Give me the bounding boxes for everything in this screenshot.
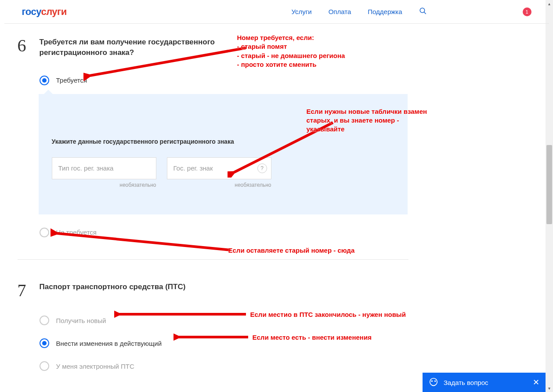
section-divider [18, 259, 408, 260]
main-nav: Услуги Оплата Поддержка 1 [291, 7, 531, 17]
search-icon[interactable] [419, 7, 427, 17]
logo-part-2: слуги [41, 6, 66, 17]
svg-point-8 [431, 381, 432, 381]
radio-electronic-label: У меня электронный ПТС [56, 363, 134, 370]
help-icon[interactable]: ? [257, 163, 267, 173]
headset-icon [429, 377, 438, 388]
radio-required-label: Требуется [56, 76, 87, 84]
radio-amend-label: Внести изменения в действующий [56, 340, 162, 347]
section-7: 7 Паспорт транспортного средства (ПТС) П… [18, 282, 531, 380]
radio-icon [40, 228, 49, 237]
nav-services[interactable]: Услуги [291, 8, 311, 15]
optional-label: необязательно [167, 182, 271, 188]
section-6-title: Требуется ли вам получение государственн… [40, 37, 228, 58]
radio-electronic-pts[interactable]: У меня электронный ПТС [40, 361, 531, 371]
header: госуслуги Услуги Оплата Поддержка 1 [4, 0, 549, 24]
notification-badge[interactable]: 1 [523, 7, 531, 16]
nav-support[interactable]: Поддержка [368, 8, 402, 15]
logo-part-1: госу [22, 6, 41, 17]
radio-not-required[interactable]: Не требуется [40, 228, 531, 237]
radio-required[interactable]: Требуется [40, 76, 531, 85]
svg-point-0 [420, 8, 425, 13]
step-number-7: 7 [18, 282, 40, 380]
radio-get-new-label: Получить новый [56, 317, 106, 324]
close-icon[interactable]: ✕ [533, 377, 539, 387]
section-6: 6 Требуется ли вам получение государстве… [18, 37, 531, 246]
svg-line-1 [424, 12, 426, 14]
annotation-keep-old: Если оставляете старый номер - сюда [228, 246, 355, 255]
radio-icon [40, 338, 49, 348]
annotation-pts-amend: Если место есть - внести изменения [253, 333, 372, 342]
registration-data-panel: Если нужны новые таблички взамен старых,… [39, 94, 408, 214]
svg-point-9 [435, 381, 436, 381]
annotation-required-reasons: Номер требуется, если: - старый помят - … [237, 33, 345, 69]
radio-icon [40, 361, 49, 371]
plate-number-input[interactable] [167, 157, 271, 179]
chat-widget[interactable]: Задать вопрос ✕ [423, 373, 546, 392]
logo[interactable]: госуслуги [22, 6, 67, 18]
radio-icon [40, 316, 49, 325]
annotation-pts-full: Если местио в ПТС закончилось - нужен но… [250, 310, 406, 319]
section-7-title: Паспорт транспортного средства (ПТС) [40, 282, 228, 292]
radio-not-required-label: Не требуется [56, 229, 97, 236]
optional-label: необязательно [52, 182, 156, 188]
annotation-new-plates: Если нужны новые таблички взамен старых,… [307, 107, 438, 134]
nav-payment[interactable]: Оплата [329, 8, 351, 15]
chat-label: Задать вопрос [444, 379, 488, 386]
step-number-6: 6 [18, 37, 40, 246]
svg-point-7 [430, 378, 437, 385]
radio-icon [40, 76, 49, 85]
plate-type-input[interactable] [52, 157, 156, 179]
panel-title: Укажите данные государственного регистра… [52, 138, 394, 145]
